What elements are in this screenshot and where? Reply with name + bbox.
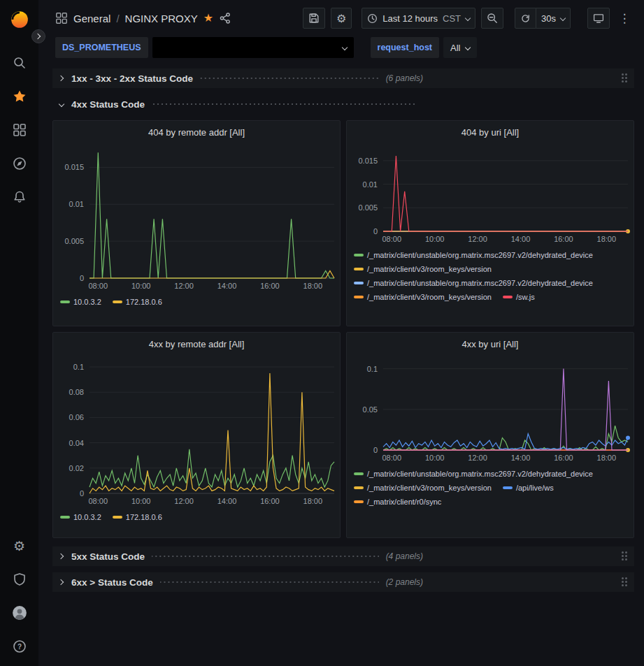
request-host-select[interactable]: All	[443, 37, 477, 58]
row-panel-count: (6 panels)	[386, 73, 423, 83]
chart-4xx-by-remote-addr[interactable]: 00.020.040.060.080.108:0010:0012:0014:00…	[53, 355, 340, 507]
svg-text:10:00: 10:00	[425, 454, 445, 462]
legend-item[interactable]: 172.18.0.6	[113, 510, 162, 524]
refresh-interval-label: 30s	[541, 13, 556, 24]
svg-text:18:00: 18:00	[303, 282, 323, 290]
sidebar-item-configuration[interactable]: ⚙	[6, 532, 34, 560]
legend-item[interactable]: /_matrix/client/r0/sync	[354, 495, 441, 509]
svg-text:10:00: 10:00	[425, 235, 445, 243]
datasource-select[interactable]	[152, 37, 354, 58]
legend-swatch	[354, 268, 364, 270]
legend-label: /_matrix/client/v3/room_keys/version	[367, 290, 492, 304]
legend-item[interactable]: /_matrix/client/v3/room_keys/version	[354, 262, 492, 276]
sidebar-item-help[interactable]: ?	[6, 632, 34, 660]
svg-text:08:00: 08:00	[89, 497, 108, 505]
cycle-view-button[interactable]	[587, 8, 610, 29]
row-1xx-3xx-2xx-status-code[interactable]: 1xx - 3xx - 2xx Status Code (6 panels)	[52, 68, 634, 88]
refresh-button[interactable]	[515, 8, 536, 29]
sidebar-item-alerting[interactable]	[6, 183, 34, 211]
svg-text:14:00: 14:00	[217, 282, 237, 290]
row-drag-handle[interactable]	[622, 551, 629, 562]
chart-404-by-uri[interactable]: 00.0050.010.01508:0010:0012:0014:0016:00…	[347, 143, 634, 245]
legend-row: /_matrix/client/unstable/org.matrix.msc2…	[354, 248, 627, 262]
svg-text:18:00: 18:00	[303, 497, 323, 505]
legend-item[interactable]: 10.0.3.2	[60, 510, 101, 524]
legend-label: /sw.js	[516, 290, 535, 304]
sidebar-item-server-admin[interactable]	[6, 565, 34, 593]
row-drag-handle[interactable]	[622, 73, 629, 84]
sidebar-item-search[interactable]	[6, 49, 34, 77]
sidebar-item-profile[interactable]	[6, 599, 34, 627]
breadcrumb-section[interactable]: General	[73, 13, 110, 24]
row-title: 1xx - 3xx - 2xx Status Code	[71, 73, 193, 84]
row-4xx-status-code[interactable]: 4xx Status Code	[52, 94, 634, 114]
svg-text:0: 0	[373, 227, 378, 236]
time-range-picker[interactable]: Last 12 hours CST	[362, 8, 475, 29]
row-5xx-status-code[interactable]: 5xx Status Code (4 panels)	[52, 546, 634, 566]
panel-title[interactable]: 404 by uri [All]	[347, 121, 634, 143]
favorite-star-icon[interactable]: ★	[203, 13, 213, 24]
row-left: 5xx Status Code (4 panels)	[65, 551, 423, 562]
panel-4xx-by-remote-addr: 4xx by remote addr [All] 00.020.040.060.…	[52, 332, 341, 538]
save-dashboard-button[interactable]	[303, 8, 325, 29]
legend-item[interactable]: 172.18.0.6	[113, 295, 162, 309]
panel-title[interactable]: 4xx by remote addr [All]	[53, 333, 340, 355]
legend-row: /_matrix/client/unstable/org.matrix.msc2…	[354, 509, 627, 513]
chevron-right-icon	[58, 580, 65, 584]
svg-text:0.08: 0.08	[69, 388, 84, 396]
svg-text:0.05: 0.05	[363, 405, 378, 414]
legend-label: /_matrix/client/unstable/org.matrix.msc2…	[367, 509, 593, 513]
breadcrumb: General / NGINX PROXY	[73, 13, 198, 24]
row-drag-handle[interactable]	[622, 577, 629, 588]
legend-item[interactable]: /_matrix/client/unstable/org.matrix.msc2…	[354, 509, 593, 513]
refresh-interval-picker[interactable]: 30s	[536, 8, 571, 29]
sidebar-expand-button[interactable]	[31, 29, 45, 43]
variables-bar: DS_PROMETHEUS request_host All	[38, 36, 644, 63]
legend-item[interactable]: /_matrix/client/unstable/org.matrix.msc2…	[354, 276, 593, 290]
legend-item[interactable]: /_matrix/client/unstable/org.matrix.msc2…	[354, 248, 593, 262]
svg-text:12:00: 12:00	[468, 235, 487, 243]
dashboard-settings-button[interactable]: ⚙	[331, 8, 352, 29]
legend-item[interactable]: /api/live/ws	[503, 481, 554, 495]
sidebar-item-explore[interactable]	[6, 150, 34, 178]
legend-item[interactable]: /_matrix/client/v3/room_keys/version	[354, 290, 492, 304]
svg-text:0: 0	[373, 446, 378, 454]
time-range-label: Last 12 hours	[382, 13, 438, 24]
sidebar-item-dashboards[interactable]	[6, 116, 34, 144]
panel-title[interactable]: 404 by remote addr [All]	[53, 121, 340, 143]
search-icon	[13, 56, 27, 70]
zoom-out-icon	[487, 13, 498, 24]
refresh-group: 30s	[515, 8, 571, 29]
legend-label: 10.0.3.2	[73, 295, 101, 309]
svg-text:0.005: 0.005	[64, 237, 84, 245]
legend-item[interactable]: /sw.js	[503, 290, 535, 304]
svg-text:10:00: 10:00	[131, 282, 151, 290]
share-icon[interactable]	[219, 12, 231, 24]
svg-text:0: 0	[80, 274, 84, 282]
apps-grid-icon[interactable]	[55, 12, 68, 24]
chart-legend: /_matrix/client/unstable/org.matrix.msc2…	[347, 245, 634, 304]
grafana-flame-icon	[10, 10, 29, 29]
row-left: 6xx > Status Code (2 panels)	[65, 577, 423, 588]
panel-title[interactable]: 4xx by uri [All]	[347, 333, 634, 355]
legend-swatch	[113, 301, 122, 303]
legend-item[interactable]: /_matrix/client/v3/room_keys/version	[354, 481, 492, 495]
chart-4xx-by-uri[interactable]: 00.050.108:0010:0012:0014:0016:0018:00	[347, 355, 634, 464]
sidebar-item-starred[interactable]	[6, 82, 34, 110]
svg-text:14:00: 14:00	[511, 454, 531, 462]
gear-icon: ⚙	[336, 12, 346, 25]
legend-item[interactable]: /_matrix/client/unstable/org.matrix.msc2…	[354, 467, 593, 481]
legend-row: /_matrix/client/v3/room_keys/version/sw.…	[354, 290, 627, 304]
row-title: 6xx > Status Code	[71, 577, 153, 588]
grafana-logo[interactable]	[6, 6, 34, 34]
dashboards-grid-icon	[13, 123, 27, 137]
legend-label: /_matrix/client/unstable/org.matrix.msc2…	[367, 276, 593, 290]
row-6xx-status-code[interactable]: 6xx > Status Code (2 panels)	[52, 572, 634, 592]
svg-text:0.005: 0.005	[358, 203, 378, 212]
gear-icon: ⚙	[13, 540, 25, 553]
kebab-menu[interactable]: ⋮	[615, 8, 634, 29]
chart-404-by-remote-addr[interactable]: 00.0050.010.01508:0010:0012:0014:0016:00…	[53, 143, 340, 292]
legend-item[interactable]: 10.0.3.2	[60, 295, 101, 309]
zoom-out-button[interactable]	[481, 8, 503, 29]
row-panel-count: (2 panels)	[386, 577, 423, 587]
